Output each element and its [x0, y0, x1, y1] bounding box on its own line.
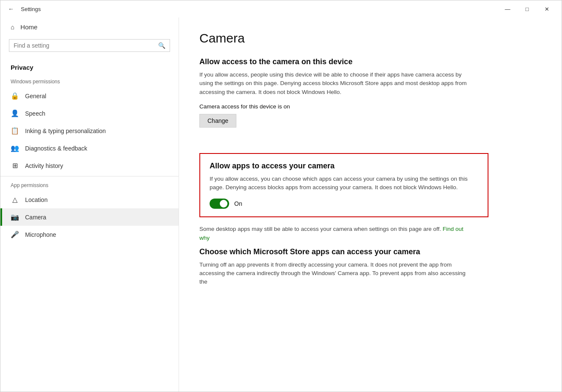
section2-desc: If you allow access, you can choose whic… — [210, 175, 478, 192]
location-icon: △ — [11, 196, 19, 204]
camera-toggle[interactable] — [210, 199, 229, 209]
sidebar-item-home[interactable]: ⌂ Home — [0, 17, 179, 37]
sidebar-item-diagnostics[interactable]: 👥 Diagnostics & feedback — [0, 139, 179, 157]
sidebar-home-label: Home — [20, 23, 37, 31]
close-button[interactable]: ✕ — [537, 2, 556, 16]
activity-icon: ⊞ — [11, 162, 19, 170]
windows-permissions-label: Windows permissions — [0, 74, 179, 87]
sidebar-item-location[interactable]: △ Location — [0, 191, 179, 208]
privacy-heading: Privacy — [0, 58, 179, 74]
lock-icon: 🔒 — [11, 92, 19, 100]
section3-title: Choose which Microsoft Store apps can ac… — [199, 247, 541, 256]
microphone-icon: 🎤 — [11, 230, 19, 239]
home-icon: ⌂ — [11, 23, 14, 31]
sidebar-item-microphone[interactable]: 🎤 Microphone — [0, 226, 179, 243]
titlebar: ← Settings — □ ✕ — [0, 0, 562, 17]
titlebar-title: Settings — [21, 6, 498, 12]
diagnostics-icon: 👥 — [11, 144, 19, 152]
page-title: Camera — [199, 31, 541, 45]
content-area: Camera Allow access to the camera on thi… — [179, 17, 562, 392]
sidebar-item-activity[interactable]: ⊞ Activity history — [0, 157, 179, 174]
section2-title: Allow apps to access your camera — [210, 162, 478, 170]
section-app-access: Allow apps to access your camera If you … — [199, 153, 488, 218]
sidebar-divider — [0, 176, 179, 176]
window: ← Settings — □ ✕ ⌂ Home 🔍 Privacy Window… — [0, 0, 562, 392]
change-button[interactable]: Change — [199, 114, 236, 128]
section1-desc: If you allow access, people using this d… — [199, 71, 471, 97]
toggle-row: On — [210, 199, 478, 209]
toggle-thumb — [220, 200, 227, 207]
sidebar-item-label: Diagnostics & feedback — [25, 145, 87, 152]
search-icon: 🔍 — [158, 42, 165, 49]
sidebar-item-label: Inking & typing personalization — [25, 128, 106, 134]
sidebar-item-speech[interactable]: 👤 Speech — [0, 105, 179, 122]
app-permissions-label: App permissions — [0, 178, 179, 191]
maximize-button[interactable]: □ — [517, 2, 537, 16]
sidebar-item-camera[interactable]: 📷 Camera — [0, 208, 179, 226]
toggle-track — [210, 199, 229, 209]
sidebar: ⌂ Home 🔍 Privacy Windows permissions 🔒 G… — [0, 17, 179, 392]
sidebar-item-label: Speech — [25, 110, 45, 117]
search-input[interactable] — [14, 42, 155, 49]
minimize-button[interactable]: — — [498, 2, 517, 16]
search-box: 🔍 — [9, 39, 170, 52]
toggle-label: On — [234, 200, 242, 207]
main-layout: ⌂ Home 🔍 Privacy Windows permissions 🔒 G… — [0, 17, 562, 392]
section1-status: Camera access for this device is on — [199, 103, 541, 110]
section3-desc: Turning off an app prevents it from dire… — [199, 261, 471, 287]
sidebar-item-label: Microphone — [25, 231, 56, 238]
sidebar-item-general[interactable]: 🔒 General — [0, 87, 179, 105]
sidebar-item-label: General — [25, 93, 46, 99]
sidebar-item-inking[interactable]: 📋 Inking & typing personalization — [0, 122, 179, 139]
person-icon: 👤 — [11, 109, 19, 117]
clipboard-icon: 📋 — [11, 127, 19, 135]
section-device-access: Allow access to the camera on this devic… — [199, 57, 541, 141]
back-button[interactable]: ← — [6, 4, 17, 14]
sidebar-item-label: Activity history — [25, 162, 63, 169]
titlebar-controls: — □ ✕ — [498, 2, 556, 16]
camera-icon: 📷 — [11, 213, 19, 221]
info-text: Some desktop apps may still be able to a… — [199, 225, 471, 242]
sidebar-item-label: Camera — [25, 214, 46, 221]
section-store-apps: Choose which Microsoft Store apps can ac… — [199, 247, 541, 287]
section1-title: Allow access to the camera on this devic… — [199, 57, 541, 66]
sidebar-item-label: Location — [25, 196, 48, 203]
info-text-part1: Some desktop apps may still be able to a… — [199, 226, 443, 232]
